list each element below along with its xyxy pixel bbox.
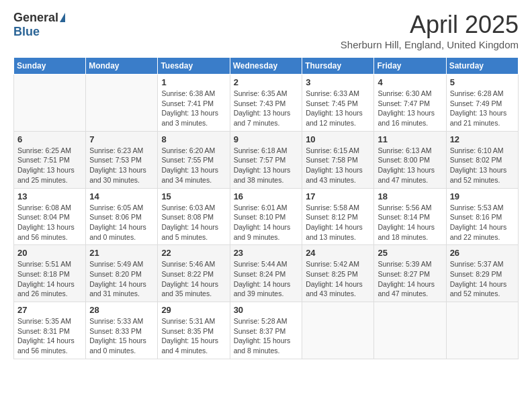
day-info: Sunrise: 6:15 AM Sunset: 7:58 PM Dayligh… [306, 146, 370, 185]
day-info: Sunrise: 6:30 AM Sunset: 7:47 PM Dayligh… [378, 89, 442, 128]
calendar-cell: 21Sunrise: 5:49 AM Sunset: 8:20 PM Dayli… [86, 245, 158, 302]
day-number: 13 [17, 191, 82, 201]
calendar-cell: 27Sunrise: 5:35 AM Sunset: 8:31 PM Dayli… [14, 302, 86, 359]
day-number: 19 [450, 191, 515, 201]
day-number: 6 [17, 134, 82, 144]
header-tuesday: Tuesday [158, 58, 230, 75]
calendar-week-row: 27Sunrise: 5:35 AM Sunset: 8:31 PM Dayli… [14, 302, 519, 359]
day-info: Sunrise: 6:25 AM Sunset: 7:51 PM Dayligh… [17, 146, 82, 185]
day-number: 30 [234, 305, 299, 315]
day-info: Sunrise: 6:03 AM Sunset: 8:08 PM Dayligh… [161, 203, 226, 242]
day-number: 18 [378, 191, 442, 201]
calendar-cell: 22Sunrise: 5:46 AM Sunset: 8:22 PM Dayli… [158, 245, 230, 302]
day-info: Sunrise: 5:42 AM Sunset: 8:25 PM Dayligh… [306, 259, 370, 299]
calendar-cell: 15Sunrise: 6:03 AM Sunset: 8:08 PM Dayli… [158, 188, 230, 245]
day-info: Sunrise: 5:37 AM Sunset: 8:29 PM Dayligh… [450, 259, 515, 299]
day-number: 2 [234, 77, 299, 87]
logo-triangle-icon [60, 13, 65, 22]
calendar-cell: 28Sunrise: 5:33 AM Sunset: 8:33 PM Dayli… [86, 302, 158, 359]
day-info: Sunrise: 5:56 AM Sunset: 8:14 PM Dayligh… [378, 203, 442, 242]
day-number: 27 [17, 305, 82, 315]
day-number: 15 [161, 191, 226, 201]
header: General Blue April 2025 Sherburn Hill, E… [13, 11, 519, 50]
calendar-cell: 23Sunrise: 5:44 AM Sunset: 8:24 PM Dayli… [230, 245, 302, 302]
calendar-cell: 17Sunrise: 5:58 AM Sunset: 8:12 PM Dayli… [302, 188, 374, 245]
day-info: Sunrise: 5:35 AM Sunset: 8:31 PM Dayligh… [17, 316, 82, 356]
calendar-cell [374, 302, 446, 359]
calendar-cell: 24Sunrise: 5:42 AM Sunset: 8:25 PM Dayli… [302, 245, 374, 302]
calendar-cell [14, 75, 86, 132]
day-number: 26 [450, 248, 515, 258]
header-thursday: Thursday [302, 58, 374, 75]
day-number: 14 [89, 191, 154, 201]
day-info: Sunrise: 6:08 AM Sunset: 8:04 PM Dayligh… [17, 203, 82, 242]
location: Sherburn Hill, England, United Kingdom [341, 39, 519, 50]
calendar-cell: 5Sunrise: 6:28 AM Sunset: 7:49 PM Daylig… [446, 75, 518, 132]
day-number: 7 [89, 134, 154, 144]
calendar-week-row: 13Sunrise: 6:08 AM Sunset: 8:04 PM Dayli… [14, 188, 519, 245]
calendar-cell: 2Sunrise: 6:35 AM Sunset: 7:43 PM Daylig… [230, 75, 302, 132]
calendar-cell: 14Sunrise: 6:05 AM Sunset: 8:06 PM Dayli… [86, 188, 158, 245]
day-info: Sunrise: 5:28 AM Sunset: 8:37 PM Dayligh… [234, 316, 299, 356]
calendar-cell: 4Sunrise: 6:30 AM Sunset: 7:47 PM Daylig… [374, 75, 446, 132]
weekday-header-row: Sunday Monday Tuesday Wednesday Thursday… [14, 58, 519, 75]
calendar-week-row: 20Sunrise: 5:51 AM Sunset: 8:18 PM Dayli… [14, 245, 519, 302]
day-number: 28 [89, 305, 154, 315]
day-info: Sunrise: 5:58 AM Sunset: 8:12 PM Dayligh… [306, 203, 370, 242]
calendar-cell: 26Sunrise: 5:37 AM Sunset: 8:29 PM Dayli… [446, 245, 518, 302]
calendar-cell [302, 302, 374, 359]
calendar-cell: 30Sunrise: 5:28 AM Sunset: 8:37 PM Dayli… [230, 302, 302, 359]
calendar-cell: 7Sunrise: 6:23 AM Sunset: 7:53 PM Daylig… [86, 131, 158, 188]
calendar-cell [446, 302, 518, 359]
header-friday: Friday [374, 58, 446, 75]
calendar-cell: 11Sunrise: 6:13 AM Sunset: 8:00 PM Dayli… [374, 131, 446, 188]
calendar-cell: 25Sunrise: 5:39 AM Sunset: 8:27 PM Dayli… [374, 245, 446, 302]
day-info: Sunrise: 6:20 AM Sunset: 7:55 PM Dayligh… [161, 146, 226, 185]
day-info: Sunrise: 5:33 AM Sunset: 8:33 PM Dayligh… [89, 316, 154, 356]
day-number: 1 [161, 77, 226, 87]
header-saturday: Saturday [446, 58, 518, 75]
day-number: 20 [17, 248, 82, 258]
day-info: Sunrise: 6:33 AM Sunset: 7:45 PM Dayligh… [306, 89, 370, 128]
day-info: Sunrise: 6:10 AM Sunset: 8:02 PM Dayligh… [450, 146, 515, 185]
calendar-cell: 18Sunrise: 5:56 AM Sunset: 8:14 PM Dayli… [374, 188, 446, 245]
month-title: April 2025 [341, 11, 519, 39]
calendar-week-row: 6Sunrise: 6:25 AM Sunset: 7:51 PM Daylig… [14, 131, 519, 188]
day-number: 3 [306, 77, 370, 87]
day-info: Sunrise: 6:35 AM Sunset: 7:43 PM Dayligh… [234, 89, 299, 128]
calendar-cell: 12Sunrise: 6:10 AM Sunset: 8:02 PM Dayli… [446, 131, 518, 188]
header-monday: Monday [86, 58, 158, 75]
calendar-table: Sunday Monday Tuesday Wednesday Thursday… [13, 57, 519, 359]
day-info: Sunrise: 5:44 AM Sunset: 8:24 PM Dayligh… [234, 259, 299, 299]
day-info: Sunrise: 6:01 AM Sunset: 8:10 PM Dayligh… [234, 203, 299, 242]
logo-blue-text: Blue [13, 25, 40, 39]
header-right: April 2025 Sherburn Hill, England, Unite… [341, 11, 519, 50]
day-info: Sunrise: 6:28 AM Sunset: 7:49 PM Dayligh… [450, 89, 515, 128]
day-info: Sunrise: 5:39 AM Sunset: 8:27 PM Dayligh… [378, 259, 442, 299]
logo-general-text: General [13, 11, 58, 25]
day-info: Sunrise: 6:05 AM Sunset: 8:06 PM Dayligh… [89, 203, 154, 242]
calendar-cell: 1Sunrise: 6:38 AM Sunset: 7:41 PM Daylig… [158, 75, 230, 132]
calendar-cell: 8Sunrise: 6:20 AM Sunset: 7:55 PM Daylig… [158, 131, 230, 188]
day-info: Sunrise: 5:49 AM Sunset: 8:20 PM Dayligh… [89, 259, 154, 299]
day-info: Sunrise: 5:46 AM Sunset: 8:22 PM Dayligh… [161, 259, 226, 299]
header-sunday: Sunday [14, 58, 86, 75]
day-info: Sunrise: 5:53 AM Sunset: 8:16 PM Dayligh… [450, 203, 515, 242]
day-number: 21 [89, 248, 154, 258]
calendar-cell: 9Sunrise: 6:18 AM Sunset: 7:57 PM Daylig… [230, 131, 302, 188]
calendar-cell [86, 75, 158, 132]
day-number: 5 [450, 77, 515, 87]
day-number: 24 [306, 248, 370, 258]
calendar-cell: 3Sunrise: 6:33 AM Sunset: 7:45 PM Daylig… [302, 75, 374, 132]
day-number: 17 [306, 191, 370, 201]
day-number: 23 [234, 248, 299, 258]
calendar-cell: 16Sunrise: 6:01 AM Sunset: 8:10 PM Dayli… [230, 188, 302, 245]
day-info: Sunrise: 6:23 AM Sunset: 7:53 PM Dayligh… [89, 146, 154, 185]
day-number: 11 [378, 134, 442, 144]
day-info: Sunrise: 6:13 AM Sunset: 8:00 PM Dayligh… [378, 146, 442, 185]
day-number: 8 [161, 134, 226, 144]
day-info: Sunrise: 6:38 AM Sunset: 7:41 PM Dayligh… [161, 89, 226, 128]
day-info: Sunrise: 5:31 AM Sunset: 8:35 PM Dayligh… [161, 316, 226, 356]
calendar-cell: 29Sunrise: 5:31 AM Sunset: 8:35 PM Dayli… [158, 302, 230, 359]
day-number: 9 [234, 134, 299, 144]
